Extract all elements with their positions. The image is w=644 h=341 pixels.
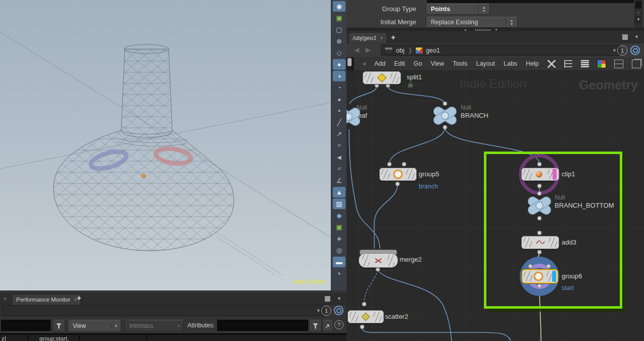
headlight-icon[interactable]: ● [333,59,345,70]
tab-performance-monitor[interactable]: Performance Monitor × [12,294,81,305]
point-numbers-icon[interactable]: ¹² [333,140,345,151]
collapse-down-icon[interactable]: ▼ [494,28,498,31]
isolate-icon[interactable]: ◕ [333,94,345,105]
help-button[interactable]: ? [334,320,343,329]
normals-icon[interactable]: ◄ [333,152,345,163]
frame-icon[interactable]: ▣ [333,222,345,232]
menu-go[interactable]: Go [414,60,422,67]
visibility-icon[interactable]: ◔ [333,82,345,93]
intrinsics-dropdown[interactable]: Intrinsics ▼ [124,320,184,332]
transparency-icon[interactable]: ▨ [333,199,345,209]
new-tab-button[interactable]: + [391,33,395,41]
close-pane-icon[interactable]: × [4,296,7,302]
menu-edit[interactable]: Edit [394,60,405,67]
path-node[interactable]: geo1 [426,47,440,54]
angle-snap-icon[interactable]: ∠ [333,175,345,186]
maximize-pane-icon[interactable] [325,296,330,302]
camera-icon[interactable]: ◉ [333,1,345,12]
group-type-value: Points [426,6,450,13]
list-view-icon[interactable] [581,60,589,68]
param-scrollbar[interactable]: ▲ ▼ [634,0,642,29]
initial-merge-dropdown[interactable]: Replace Existing ▲▼ [426,17,518,28]
menu-layout[interactable]: Layout [476,60,495,67]
panel-icon[interactable]: ▬ [333,257,345,267]
splitter-handle[interactable] [475,29,491,31]
path-dropdown-icon[interactable]: ▼ [316,308,321,313]
profile-path-field[interactable]: ▼ [1,305,324,316]
group-type-dropdown[interactable]: Points ▲▼ [426,4,490,15]
path-field[interactable]: obj ❭ geo1 ▼ [381,44,620,56]
follow-focus-icon[interactable] [630,45,640,55]
spinner-arrows-icon[interactable]: ▲▼ [478,4,489,14]
path-root[interactable]: obj [396,47,405,54]
pane-edge-handle[interactable] [348,58,352,66]
material-sphere-icon[interactable]: ◑ [333,71,345,81]
spreadsheet-cell[interactable]: group:start, [39,335,69,341]
light-off-icon[interactable]: ⊗ [333,36,345,46]
tree-view-icon[interactable] [564,60,572,68]
shaded-mode-icon[interactable]: ▲ [333,187,345,198]
prim-numbers-icon[interactable]: ¹² [333,164,345,174]
options-icon[interactable]: ◎ [333,245,345,256]
select-box-icon[interactable]: ▣ [333,13,345,23]
light-diamond-icon[interactable]: ◇ [333,47,345,58]
node-branch[interactable] [431,104,459,127]
pane-menu-icon[interactable]: ▼ [634,34,639,39]
menu-scroll-left-icon[interactable]: ◀ [362,61,366,66]
node-label[interactable]: BRANCH [461,112,488,119]
chevron-down-icon[interactable]: ▼ [333,268,345,279]
filter-button[interactable] [53,320,65,332]
node-scatter2[interactable] [348,310,384,323]
maximize-pane-icon[interactable] [622,34,628,40]
new-tab-button[interactable]: + [77,294,81,302]
path-dropdown-icon[interactable]: ▼ [612,48,617,53]
point-display-icon[interactable]: • [333,106,345,116]
menu-view[interactable]: View [430,60,444,67]
pin-attributes-button[interactable] [322,320,333,332]
wrench-icon[interactable] [548,60,556,68]
back-icon[interactable]: ◀ [354,46,359,54]
lock-icon[interactable]: ▢ [333,24,345,35]
brush-icon[interactable]: ╱ [333,117,345,128]
close-tab-icon[interactable]: × [380,35,383,41]
follow-focus-icon[interactable] [334,306,343,315]
network-editor[interactable]: Indie Edition Geometry [346,71,644,341]
spinner-arrows-icon[interactable]: ▲▼ [506,17,517,27]
collapse-up-icon[interactable]: ▲ [464,28,467,31]
menu-labs[interactable]: Labs [504,60,517,67]
menu-add[interactable]: Add [374,60,385,67]
scroll-up-icon[interactable]: ▲ [635,9,642,16]
menu-tools[interactable]: Tools [453,60,467,67]
node-split1[interactable] [363,71,401,84]
windows-icon[interactable] [632,60,641,68]
node-group5[interactable] [379,168,417,181]
filter-button[interactable] [309,320,322,332]
history-badge[interactable]: 1 [617,45,627,56]
grid-view-icon[interactable] [614,60,623,68]
node-merge2[interactable] [359,253,398,268]
forward-icon[interactable]: ▶ [366,46,371,54]
node-label[interactable]: split1 [407,73,422,81]
spreadsheet-row: z] group:start, [0,333,346,341]
multisample-icon[interactable]: ◆ [333,210,345,221]
3d-viewport[interactable]: Indie Edition [0,0,331,290]
scrollbar-thumb[interactable] [635,1,641,9]
history-badge[interactable]: 1 [321,306,331,316]
bottom-tab-bar: × Performance Monitor × + ▼ [0,293,346,305]
filter-input[interactable] [1,320,51,331]
scroll-down-icon[interactable]: ▼ [635,16,641,23]
pane-edge-scrollbar[interactable] [346,57,354,71]
node-label[interactable]: group5 [419,170,439,178]
tab-obj-geo1[interactable]: /obj/geo1 × [349,32,387,43]
node-label[interactable]: scatter2 [385,313,408,320]
pin-icon[interactable]: ↗ [333,129,345,139]
node-label[interactable]: leaf [357,112,367,119]
menu-help[interactable]: Help [526,60,539,67]
wind-icon[interactable]: ∗ [333,233,345,244]
pane-menu-icon[interactable]: ▼ [337,296,341,301]
view-dropdown[interactable]: View ▼ [68,320,121,332]
spreadsheet-cell[interactable]: z] [2,335,6,341]
palette-icon[interactable] [598,60,606,68]
node-label[interactable]: merge2 [400,256,422,263]
attributes-input[interactable] [217,320,308,331]
